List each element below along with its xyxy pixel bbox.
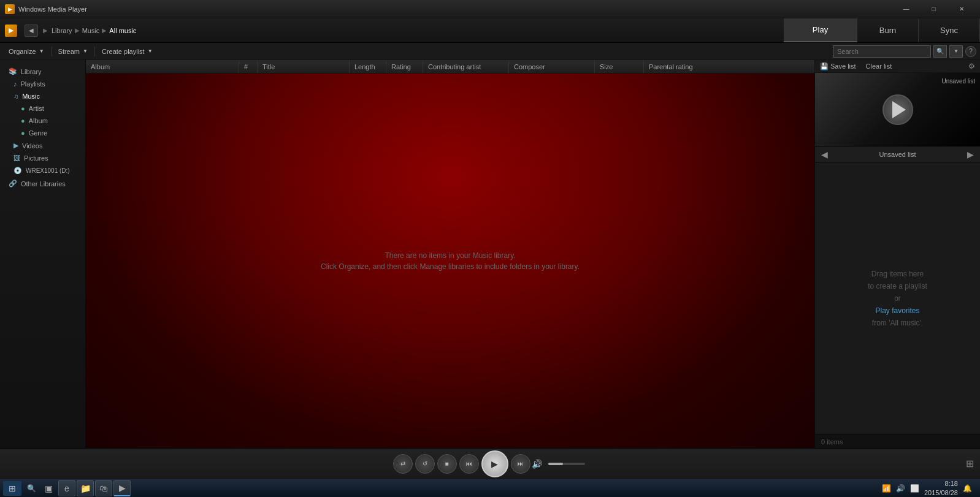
sidebar-item-videos[interactable]: ▶ Videos	[0, 139, 85, 152]
search-input[interactable]	[833, 45, 931, 58]
col-composer[interactable]: Composer	[509, 60, 595, 73]
help-button[interactable]: ?	[965, 46, 976, 57]
sidebar-item-playlists[interactable]: ♪ Playlists	[0, 78, 85, 90]
col-number[interactable]: #	[239, 60, 258, 73]
app-icon: ▶	[5, 4, 15, 14]
videos-icon: ▶	[13, 142, 18, 150]
sidebar-item-genre[interactable]: ● Genre	[0, 127, 85, 139]
volume-fill	[548, 463, 563, 465]
playlists-icon: ♪	[13, 80, 17, 88]
col-parental-rating[interactable]: Parental rating	[644, 60, 814, 73]
col-length[interactable]: Length	[350, 60, 386, 73]
titlebar: ▶ Windows Media Player — □ ✕	[0, 0, 980, 18]
start-button[interactable]: ⊞	[3, 481, 21, 496]
playlist-nav: ◀ Unsaved list ▶	[815, 146, 980, 162]
col-contributing-artist[interactable]: Contributing artist	[423, 60, 509, 73]
close-button[interactable]: ✕	[947, 0, 975, 18]
col-rating[interactable]: Rating	[386, 60, 423, 73]
col-size[interactable]: Size	[595, 60, 644, 73]
artist-icon: ●	[21, 105, 25, 112]
toolbar-right: 🔍 ▼ ?	[833, 45, 976, 58]
volume-icon[interactable]: 🔊	[896, 484, 905, 493]
save-list-button[interactable]: 💾 Save list	[820, 63, 856, 70]
empty-message-line1: There are no items in your Music library…	[385, 251, 515, 260]
window-controls: — □ ✕	[892, 0, 975, 18]
shuffle-button[interactable]: ⇄	[393, 454, 413, 474]
empty-message-line2: Click Organize, and then click Manage li…	[321, 262, 580, 271]
taskbar-system-tray: 📶 🔊 ⬜ 8:18 2015/08/28 🔔	[882, 479, 977, 497]
stop-button[interactable]: ■	[437, 454, 457, 474]
drag-text-2: to create a playlist	[868, 282, 927, 290]
now-playing-area: Unsaved list	[815, 73, 980, 146]
top-tabs: ▶ ◀ ▶ Library ▶ Music ▶ All music Play B…	[0, 18, 980, 43]
playlist-prev-arrow[interactable]: ◀	[821, 150, 828, 159]
taskbar-search-button[interactable]: 🔍	[24, 481, 39, 496]
right-panel: 💾 Save list Clear list ⚙ Unsaved list ◀ …	[814, 60, 980, 448]
sidebar-item-other-libraries[interactable]: 🔗 Other Libraries	[0, 177, 85, 190]
minimize-button[interactable]: —	[892, 0, 920, 18]
view-switcher-button[interactable]: ⊞	[966, 458, 974, 469]
battery-icon: ⬜	[910, 484, 919, 493]
title-text: Windows Media Player	[18, 6, 892, 13]
taskbar-wmp[interactable]: ▶	[113, 480, 131, 496]
date-display: 2015/08/28	[924, 488, 958, 497]
maximize-button[interactable]: □	[920, 0, 947, 18]
organize-button[interactable]: Organize ▼	[4, 46, 49, 57]
sync-tab[interactable]: Sync	[919, 18, 980, 42]
items-count: 0 items	[821, 438, 843, 446]
sidebar-item-artist[interactable]: ● Artist	[0, 102, 85, 115]
sidebar-item-disc[interactable]: 💿 WREX1001 (D:)	[0, 164, 85, 177]
sidebar-item-pictures[interactable]: 🖼 Pictures	[0, 152, 85, 164]
playlist-next-arrow[interactable]: ▶	[967, 150, 974, 159]
sidebar-item-library[interactable]: 📚 Library	[0, 65, 85, 78]
sidebar-item-music[interactable]: ♫ Music	[0, 90, 85, 102]
taskbar: ⊞ 🔍 ▣ e 📁 🛍 ▶ 📶 🔊 ⬜ 8:18 2015/08/28 🔔	[0, 479, 980, 497]
app-icon-tabs: ▶	[5, 25, 17, 37]
library-icon: 📚	[9, 67, 17, 75]
main-layout: 📚 Library ♪ Playlists ♫ Music ● Artist ●…	[0, 60, 980, 448]
play-triangle-icon	[892, 101, 906, 118]
prev-button[interactable]: ⏮	[459, 454, 479, 474]
volume-slider[interactable]	[548, 463, 585, 465]
content-body: There are no items in your Music library…	[86, 74, 814, 448]
sidebar-item-album[interactable]: ● Album	[0, 115, 85, 127]
mute-button[interactable]: 🔊	[532, 459, 542, 469]
play-pause-button[interactable]: ▶	[481, 450, 508, 477]
pictures-icon: 🖼	[13, 154, 20, 162]
next-button[interactable]: ⏭	[511, 454, 530, 474]
drag-drop-area: Drag items here to create a playlist or …	[815, 162, 980, 434]
burn-tab[interactable]: Burn	[857, 18, 919, 42]
panel-header-buttons: 💾 Save list Clear list ⚙	[815, 60, 980, 73]
breadcrumb-music[interactable]: Music	[82, 27, 100, 34]
search-icon-button[interactable]: 🔍	[933, 45, 947, 58]
taskbar-store[interactable]: 🛍	[95, 480, 112, 496]
toolbar-separator-2	[94, 47, 95, 56]
system-clock[interactable]: 8:18 2015/08/28	[924, 479, 958, 497]
create-playlist-button[interactable]: Create playlist ▼	[97, 46, 158, 57]
taskbar-task-view[interactable]: ▣	[39, 481, 58, 496]
col-title[interactable]: Title	[258, 60, 350, 73]
col-album[interactable]: Album	[86, 60, 239, 73]
breadcrumb-allmusic: All music	[109, 27, 136, 34]
stream-button[interactable]: Stream ▼	[53, 46, 93, 57]
play-favorites-link[interactable]: Play favorites	[875, 306, 919, 315]
disc-icon: 💿	[13, 167, 22, 175]
taskbar-edge[interactable]: e	[58, 480, 75, 496]
back-button[interactable]: ◀	[25, 25, 38, 37]
panel-footer: 0 items	[815, 434, 980, 448]
network-icon[interactable]: 📶	[882, 484, 891, 493]
drag-text-1: Drag items here	[871, 270, 924, 278]
taskbar-explorer[interactable]: 📁	[77, 480, 94, 496]
play-tab[interactable]: Play	[784, 18, 857, 42]
drag-or-text: or	[894, 294, 901, 303]
repeat-button[interactable]: ↺	[415, 454, 435, 474]
stream-chevron: ▼	[83, 48, 88, 54]
breadcrumb-library[interactable]: Library	[52, 27, 72, 34]
panel-settings-button[interactable]: ⚙	[968, 62, 975, 70]
now-playing-play-button[interactable]	[882, 94, 913, 125]
sidebar: 📚 Library ♪ Playlists ♫ Music ● Artist ●…	[0, 60, 86, 448]
clear-list-button[interactable]: Clear list	[866, 63, 892, 70]
content-area: Album # Title Length Rating Contributing…	[86, 60, 814, 448]
notification-button[interactable]: 🔔	[963, 484, 972, 493]
search-options-button[interactable]: ▼	[949, 45, 963, 58]
